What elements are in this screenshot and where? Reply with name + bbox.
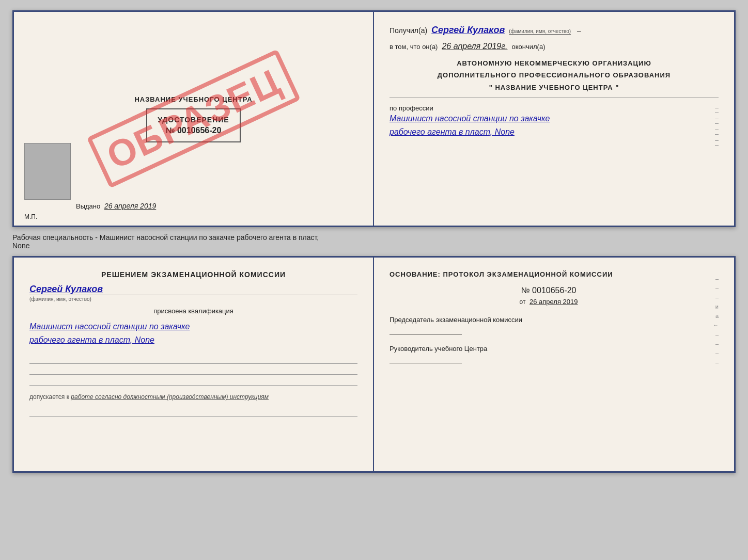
profession-line1: Машинист насосной станции по закачке раб…: [389, 112, 715, 138]
qualification-text: Машинист насосной станции по закачке раб…: [29, 320, 357, 346]
rukovoditel-text: Руководитель учебного Центра: [389, 345, 708, 353]
vtom-label: в том, что он(а): [389, 43, 438, 51]
vydano-line: Выдано 26 апреля 2019: [76, 202, 156, 210]
subtitle-text: Рабочая специальность - Машинист насосно…: [12, 231, 736, 252]
protocol-number: № 0010656-20: [389, 286, 708, 295]
bottom-lines: [29, 356, 357, 386]
udostoverenie-label: УДОСТОВЕРЕНИЕ: [158, 116, 229, 124]
po-professii-label: по профессии: [389, 104, 715, 112]
cert-bottom-left: Решением экзаменационной комиссии Сергей…: [14, 258, 374, 471]
udostoverenie-block: УДОСТОВЕРЕНИЕ № 0010656-20: [146, 108, 240, 142]
document-container: НАЗВАНИЕ УЧЕБНОГО ЦЕНТРА УДОСТОВЕРЕНИЕ №…: [12, 10, 736, 473]
poluchil-name: Сергей Кулаков: [431, 25, 505, 36]
dopusk-italic: работе согласно должностным (производств…: [71, 393, 269, 401]
photo-placeholder: [24, 143, 71, 200]
okonchil-label: окончил(а): [512, 43, 546, 51]
cert-top: НАЗВАНИЕ УЧЕБНОГО ЦЕНТРА УДОСТОВЕРЕНИЕ №…: [12, 10, 736, 227]
predsedatel-sign-line: [389, 334, 462, 334]
ot-date-value: 26 апреля 2019: [529, 298, 578, 306]
fio-name-bottom: Сергей Кулаков: [29, 284, 357, 295]
cert-top-title: НАЗВАНИЕ УЧЕБНОГО ЦЕНТРА: [134, 95, 252, 103]
resheniem-text: Решением экзаменационной комиссии: [29, 270, 357, 279]
bottom-sign-line: [29, 408, 357, 417]
cert-top-right: Получил(а) Сергей Кулаков (фамилия, имя,…: [374, 12, 734, 226]
fio-sub-bottom: (фамилия, имя, отчество): [29, 295, 357, 302]
mp-label: М.П.: [24, 213, 37, 220]
cert-top-left: НАЗВАНИЕ УЧЕБНОГО ЦЕНТРА УДОСТОВЕРЕНИЕ №…: [14, 12, 374, 226]
qual-line1: Машинист насосной станции по закачке: [29, 322, 190, 331]
profession-line2: рабочего агента в пласт, None: [389, 127, 515, 136]
prisvoena-label: присвоена квалификация: [29, 307, 357, 315]
vydano-label: Выдано: [76, 202, 100, 210]
subtitle-content: Рабочая специальность - Машинист насосно…: [12, 233, 319, 250]
predsedatel-text: Председатель экзаменационной комиссии: [389, 316, 708, 324]
dash-lines: – – – –: [715, 104, 719, 146]
udostoverenie-number: № 0010656-20: [158, 126, 229, 135]
poluchil-label: Получил(а): [389, 26, 427, 35]
org-line2: ДОПОЛНИТЕЛЬНОГО ПРОФЕССИОНАЛЬНОГО ОБРАЗО…: [389, 69, 719, 81]
osnovanie-text: Основание: протокол экзаменационной коми…: [389, 270, 708, 278]
cert-bottom: Решением экзаменационной комиссии Сергей…: [12, 256, 736, 473]
cert-bottom-right: Основание: протокол экзаменационной коми…: [374, 258, 734, 471]
org-line1: АВТОНОМНУЮ НЕКОММЕРЧЕСКУЮ ОРГАНИЗАЦИЮ: [389, 57, 719, 69]
rukovoditel-sign-line: [389, 363, 462, 363]
poluchil-sub: (фамилия, имя, отчество): [509, 28, 571, 34]
vtom-date: 26 апреля 2019г.: [442, 42, 507, 51]
vydano-date: 26 апреля 2019: [104, 202, 156, 210]
dopuskaetsya-text: допускается к работе согласно должностны…: [29, 393, 357, 401]
qual-line2: рабочего агента в пласт, None: [29, 335, 154, 344]
org-block: АВТОНОМНУЮ НЕКОММЕРЧЕСКУЮ ОРГАНИЗАЦИЮ ДО…: [389, 57, 719, 98]
ot-date: от 26 апреля 2019: [389, 298, 708, 306]
org-line3: " НАЗВАНИЕ УЧЕБНОГО ЦЕНТРА ": [389, 82, 719, 93]
